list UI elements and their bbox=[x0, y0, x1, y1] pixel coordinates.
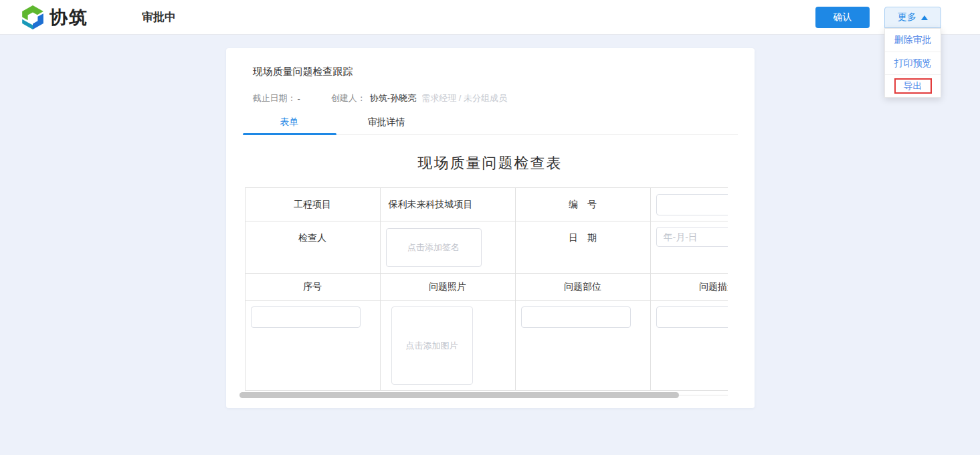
form-title: 现场质量问题检查表 bbox=[226, 153, 755, 173]
description-input-cell bbox=[650, 301, 728, 391]
approval-meta: 截止日期： - 创建人： 协筑-孙晓亮 需求经理 / 未分组成员 bbox=[226, 78, 755, 104]
deadline-value: - bbox=[298, 94, 300, 104]
location-input-cell bbox=[515, 301, 650, 391]
table-row-inspector: 检查人 点击添加签名 日 期 bbox=[245, 221, 728, 274]
photo-upload[interactable]: 点击添加图片 bbox=[391, 306, 473, 385]
table-row-issue-headers: 序号 问题照片 问题部位 问题描述 bbox=[245, 274, 728, 301]
description-input[interactable] bbox=[656, 306, 728, 328]
logo-icon bbox=[20, 5, 45, 30]
table-row-issue-entry: 点击添加图片 bbox=[245, 301, 728, 391]
tab-form[interactable]: 表单 bbox=[243, 113, 336, 134]
date-input[interactable] bbox=[656, 227, 728, 247]
project-value-cell: 保利未来科技城项目 bbox=[380, 188, 515, 221]
serial-header-cell: 序号 bbox=[245, 274, 380, 301]
signature-cell: 点击添加签名 bbox=[380, 221, 515, 274]
photo-cell: 点击添加图片 bbox=[380, 301, 515, 391]
number-input[interactable] bbox=[656, 194, 728, 215]
location-header-cell: 问题部位 bbox=[515, 274, 650, 301]
menu-item-delete-approval[interactable]: 删除审批 bbox=[885, 29, 941, 52]
description-header-cell: 问题描述 bbox=[650, 274, 728, 301]
caret-up-icon bbox=[921, 15, 928, 20]
more-button-label: 更多 bbox=[898, 11, 916, 23]
photo-placeholder: 点击添加图片 bbox=[406, 340, 458, 352]
menu-item-export[interactable]: 导出 bbox=[885, 74, 941, 97]
date-label-cell: 日 期 bbox=[515, 221, 650, 274]
form-table-viewport: 工程项目 保利未来科技城项目 编 号 检查人 点击添加签名 日 期 bbox=[245, 187, 728, 391]
menu-item-print-preview[interactable]: 打印预览 bbox=[885, 52, 941, 74]
horizontal-scrollbar-track bbox=[239, 392, 728, 398]
number-label-cell: 编 号 bbox=[515, 188, 650, 221]
app-logo[interactable]: 协筑 bbox=[20, 5, 88, 30]
approval-card: 现场质量问题检查跟踪 截止日期： - 创建人： 协筑-孙晓亮 需求经理 / 未分… bbox=[226, 48, 755, 408]
serial-input-cell bbox=[245, 301, 380, 391]
export-highlight-box: 导出 bbox=[894, 78, 932, 94]
project-label-cell: 工程项目 bbox=[245, 188, 380, 221]
table-row-project: 工程项目 保利未来科技城项目 编 号 bbox=[245, 188, 728, 221]
location-input[interactable] bbox=[521, 306, 631, 328]
creator-label: 创建人： bbox=[331, 92, 366, 104]
horizontal-scrollbar-thumb[interactable] bbox=[239, 392, 679, 398]
inspection-form-table: 工程项目 保利未来科技城项目 编 号 检查人 点击添加签名 日 期 bbox=[245, 187, 728, 391]
deadline-label: 截止日期： bbox=[253, 92, 296, 104]
more-button[interactable]: 更多 bbox=[884, 7, 941, 28]
approval-title: 现场质量问题检查跟踪 bbox=[226, 48, 755, 78]
page-title: 审批中 bbox=[142, 0, 176, 35]
photo-header-cell: 问题照片 bbox=[380, 274, 515, 301]
page-background: 现场质量问题检查跟踪 截止日期： - 创建人： 协筑-孙晓亮 需求经理 / 未分… bbox=[0, 48, 980, 455]
more-dropdown-menu: 删除审批 打印预览 导出 bbox=[884, 28, 941, 98]
logo-text: 协筑 bbox=[50, 5, 88, 29]
confirm-button[interactable]: 确认 bbox=[815, 7, 870, 28]
inspector-label-cell: 检查人 bbox=[245, 221, 380, 274]
serial-input[interactable] bbox=[251, 306, 361, 328]
date-input-cell bbox=[650, 221, 728, 274]
number-input-cell bbox=[650, 188, 728, 221]
top-bar: 协筑 审批中 确认 更多 删除审批 打印预览 导出 bbox=[0, 0, 980, 35]
tab-bar: 表单 审批详情 bbox=[243, 113, 738, 135]
creator-name: 协筑-孙晓亮 bbox=[370, 92, 416, 104]
signature-placeholder: 点击添加签名 bbox=[407, 242, 460, 254]
signature-upload[interactable]: 点击添加签名 bbox=[386, 228, 482, 267]
creator-role: 需求经理 / 未分组成员 bbox=[421, 92, 507, 104]
tab-approval-detail[interactable]: 审批详情 bbox=[336, 113, 437, 134]
